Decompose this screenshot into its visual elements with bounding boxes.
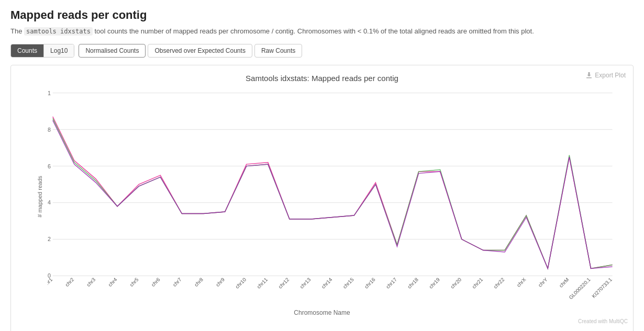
subtitle: The samtools idxstats tool counts the nu… xyxy=(10,26,634,37)
counts-btn[interactable]: Counts xyxy=(11,44,44,57)
y-axis-label: # mapped reads xyxy=(37,176,43,218)
svg-text:0.1: 0.1 xyxy=(48,89,51,96)
svg-text:0.04: 0.04 xyxy=(48,199,51,206)
svg-text:chr1: chr1 xyxy=(48,276,53,287)
svg-text:0.08: 0.08 xyxy=(48,126,51,132)
svg-text:KI270733.1: KI270733.1 xyxy=(591,276,613,299)
svg-text:chr7: chr7 xyxy=(172,276,183,287)
x-axis-label: Chromosome Name xyxy=(16,309,628,316)
svg-text:chr11: chr11 xyxy=(256,276,269,289)
chart-svg: 00.020.040.060.080.1chr1chr2chr3chr4chr5… xyxy=(48,88,623,306)
oe-btn[interactable]: Observed over Expected Counts xyxy=(148,44,252,58)
svg-text:chr12: chr12 xyxy=(277,276,290,289)
raw-btn[interactable]: Raw Counts xyxy=(254,44,302,58)
svg-text:chr22: chr22 xyxy=(492,276,505,289)
svg-text:GL000220.1: GL000220.1 xyxy=(568,276,592,300)
svg-text:chr21: chr21 xyxy=(471,276,484,289)
svg-text:chr13: chr13 xyxy=(298,276,312,289)
export-label: Export Plot xyxy=(595,72,626,79)
download-icon xyxy=(585,72,593,79)
svg-text:0.06: 0.06 xyxy=(48,163,51,169)
svg-text:chr9: chr9 xyxy=(215,276,226,287)
svg-rect-0 xyxy=(586,77,592,78)
svg-text:chr10: chr10 xyxy=(234,276,247,289)
svg-text:chrX: chrX xyxy=(516,276,527,288)
page-title: Mapped reads per contig xyxy=(10,8,634,22)
counts-toggle-group: Counts Log10 xyxy=(10,44,74,58)
log10-btn[interactable]: Log10 xyxy=(44,44,74,57)
chart-area: # mapped reads 00.020.040.060.080.1chr1c… xyxy=(48,88,623,306)
normalised-btn[interactable]: Normalised Counts xyxy=(79,44,146,58)
svg-text:chr8: chr8 xyxy=(193,276,204,287)
svg-text:chr5: chr5 xyxy=(128,276,139,287)
svg-text:0.02: 0.02 xyxy=(48,236,51,242)
multiqc-credit: Created with MultiQC xyxy=(16,318,628,324)
svg-text:chr18: chr18 xyxy=(406,276,419,289)
chart-container: Samtools idxstats: Mapped reads per cont… xyxy=(10,65,634,332)
svg-text:chr2: chr2 xyxy=(64,276,75,287)
svg-text:chr15: chr15 xyxy=(342,276,355,289)
svg-text:chr19: chr19 xyxy=(428,276,441,289)
svg-text:chr20: chr20 xyxy=(449,276,462,289)
svg-text:chr4: chr4 xyxy=(107,276,118,288)
code-snippet: samtools idxstats xyxy=(24,27,93,36)
export-plot-button[interactable]: Export Plot xyxy=(585,72,626,79)
svg-text:chrY: chrY xyxy=(537,276,549,288)
svg-text:chr14: chr14 xyxy=(320,276,334,289)
svg-text:chr17: chr17 xyxy=(385,276,398,289)
svg-text:chr16: chr16 xyxy=(363,276,376,289)
toolbar: Counts Log10 Normalised Counts Observed … xyxy=(10,44,634,58)
chart-title: Samtools idxstats: Mapped reads per cont… xyxy=(16,74,628,83)
svg-text:chrM: chrM xyxy=(558,276,570,288)
svg-text:chr6: chr6 xyxy=(150,276,161,287)
svg-text:chr3: chr3 xyxy=(85,276,96,287)
